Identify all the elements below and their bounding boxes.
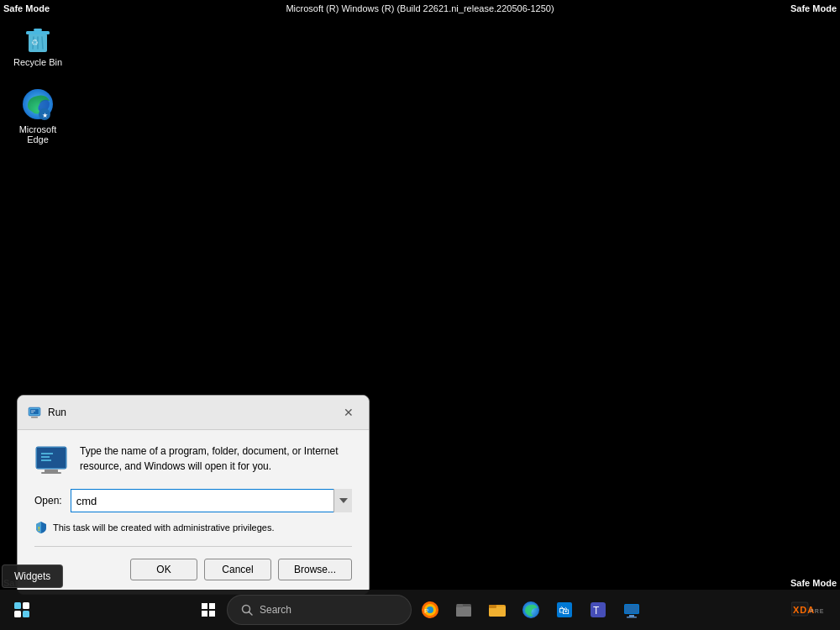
svg-rect-11 [31,417,38,418]
title-bar-text: Microsoft (R) Windows (R) (Build 22621.n… [286,3,554,13]
taskbar-folder-icon[interactable] [482,595,512,625]
svg-rect-30 [202,611,207,617]
run-computer-icon [34,444,68,477]
taskbar-rdp-icon[interactable] [617,595,647,625]
run-title-text: Run [48,407,66,418]
svg-rect-1 [26,31,50,34]
svg-rect-39 [456,606,471,617]
safe-mode-bottom-right: Safe Mode [790,578,837,588]
svg-rect-22 [41,472,61,474]
taskbar-right: XDA PRE [791,599,833,621]
svg-rect-52 [627,617,637,618]
run-dropdown-button[interactable] [333,489,352,512]
run-open-label: Open: [34,495,62,507]
run-admin-warning: ! This task will be created with adminis… [34,521,352,534]
safe-mode-top-left: Safe Mode [3,3,50,13]
desktop-icon-recycle-bin[interactable]: ♻ Recycle Bin [8,17,67,71]
edge-label: Microsoft Edge [12,124,64,144]
svg-rect-21 [45,470,58,472]
run-dialog-body: Type the name of a program, folder, docu… [18,430,369,594]
run-ok-button[interactable]: OK [130,559,197,580]
taskbar-files-icon[interactable] [449,595,479,625]
svg-line-33 [249,612,253,616]
svg-rect-17 [37,448,66,468]
taskbar-edge-icon[interactable] [516,595,546,625]
taskbar-teams-icon[interactable]: T [583,595,613,625]
taskbar-center: Search P [193,595,647,625]
svg-rect-26 [14,611,21,617]
search-icon [241,604,253,616]
run-input-wrapper [71,489,352,512]
svg-rect-24 [14,602,21,609]
svg-rect-31 [209,611,215,617]
taskbar-left [0,595,37,625]
run-title-icon [28,406,41,419]
taskbar-widgets-icon[interactable] [7,595,37,625]
svg-rect-13 [30,409,39,414]
shield-icon: ! [34,521,48,534]
run-top-section: Type the name of a program, folder, docu… [34,444,352,477]
recycle-bin-icon: ♻ [21,20,55,54]
svg-rect-28 [202,603,207,609]
desktop-icon-edge[interactable]: ★ Microsoft Edge [8,84,67,148]
admin-warning-text: This task will be created with administr… [53,522,275,533]
run-close-button[interactable]: ✕ [339,402,359,423]
svg-text:T: T [593,605,600,617]
svg-rect-27 [23,611,29,617]
taskbar-store-icon[interactable]: 🛍 [549,595,580,625]
run-open-row: Open: [34,489,352,512]
run-cancel-button[interactable]: Cancel [204,559,271,580]
run-buttons: OK Cancel Browse... [34,559,352,580]
svg-text:P: P [424,607,428,615]
run-browse-button[interactable]: Browse... [278,559,352,580]
run-dialog: Run ✕ Type the name of a program, folder… [17,395,370,595]
xda-logo: XDA PRE [791,599,833,621]
run-input-field[interactable] [71,489,352,512]
svg-rect-50 [625,605,638,613]
run-titlebar-left: Run [28,406,66,419]
search-bar-text: Search [260,604,291,616]
svg-text:♻: ♻ [31,38,39,47]
svg-text:!: ! [38,525,40,533]
svg-rect-25 [23,602,29,609]
safe-mode-top-right: Safe Mode [790,3,837,13]
svg-rect-43 [489,605,496,608]
taskbar-start-button[interactable] [193,595,223,625]
edge-icon: ★ [21,87,55,121]
svg-rect-51 [629,615,634,617]
taskbar-search-bar[interactable]: Search [227,595,412,625]
svg-rect-40 [457,604,463,607]
recycle-bin-label: Recycle Bin [13,57,62,67]
taskbar: Search P [0,590,840,630]
svg-rect-2 [34,29,42,31]
svg-text:★: ★ [42,112,48,119]
run-dialog-titlebar: Run ✕ [18,396,369,430]
widgets-popup: Widgets [2,564,63,588]
run-divider [34,546,352,547]
svg-text:🛍: 🛍 [559,604,570,617]
run-description: Type the name of a program, folder, docu… [80,444,352,474]
svg-rect-29 [209,603,215,609]
svg-line-5 [42,37,43,49]
svg-text:PRE: PRE [810,608,824,614]
taskbar-firefox-icon[interactable]: P [415,595,445,625]
